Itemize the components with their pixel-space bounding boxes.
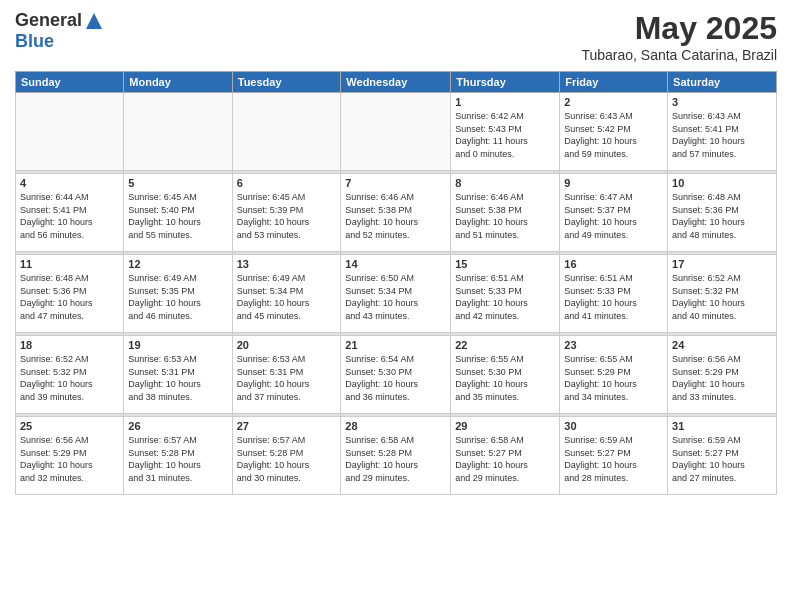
day-number: 26 [128,420,227,432]
svg-marker-0 [86,13,102,29]
logo-blue: Blue [15,31,54,52]
day-number: 30 [564,420,663,432]
day-cell: 8Sunrise: 6:46 AM Sunset: 5:38 PM Daylig… [451,174,560,252]
day-number: 21 [345,339,446,351]
day-number: 25 [20,420,119,432]
day-info: Sunrise: 6:54 AM Sunset: 5:30 PM Dayligh… [345,353,446,403]
day-cell [124,93,232,171]
day-info: Sunrise: 6:59 AM Sunset: 5:27 PM Dayligh… [672,434,772,484]
day-number: 3 [672,96,772,108]
day-info: Sunrise: 6:57 AM Sunset: 5:28 PM Dayligh… [237,434,337,484]
day-number: 13 [237,258,337,270]
col-tuesday: Tuesday [232,72,341,93]
day-info: Sunrise: 6:53 AM Sunset: 5:31 PM Dayligh… [128,353,227,403]
day-info: Sunrise: 6:52 AM Sunset: 5:32 PM Dayligh… [20,353,119,403]
day-number: 10 [672,177,772,189]
week-row-2: 4Sunrise: 6:44 AM Sunset: 5:41 PM Daylig… [16,174,777,252]
day-number: 29 [455,420,555,432]
day-info: Sunrise: 6:46 AM Sunset: 5:38 PM Dayligh… [345,191,446,241]
day-number: 6 [237,177,337,189]
day-cell: 2Sunrise: 6:43 AM Sunset: 5:42 PM Daylig… [560,93,668,171]
day-number: 19 [128,339,227,351]
day-cell: 10Sunrise: 6:48 AM Sunset: 5:36 PM Dayli… [668,174,777,252]
day-cell [16,93,124,171]
day-cell: 19Sunrise: 6:53 AM Sunset: 5:31 PM Dayli… [124,336,232,414]
day-cell: 7Sunrise: 6:46 AM Sunset: 5:38 PM Daylig… [341,174,451,252]
day-info: Sunrise: 6:43 AM Sunset: 5:41 PM Dayligh… [672,110,772,160]
day-info: Sunrise: 6:48 AM Sunset: 5:36 PM Dayligh… [20,272,119,322]
header: General Blue May 2025 Tubarao, Santa Cat… [15,10,777,63]
day-cell: 30Sunrise: 6:59 AM Sunset: 5:27 PM Dayli… [560,417,668,495]
week-row-4: 18Sunrise: 6:52 AM Sunset: 5:32 PM Dayli… [16,336,777,414]
day-info: Sunrise: 6:56 AM Sunset: 5:29 PM Dayligh… [20,434,119,484]
day-cell: 9Sunrise: 6:47 AM Sunset: 5:37 PM Daylig… [560,174,668,252]
logo-icon [84,11,104,31]
month-title: May 2025 [581,10,777,47]
day-info: Sunrise: 6:55 AM Sunset: 5:30 PM Dayligh… [455,353,555,403]
col-sunday: Sunday [16,72,124,93]
day-cell: 17Sunrise: 6:52 AM Sunset: 5:32 PM Dayli… [668,255,777,333]
week-row-1: 1Sunrise: 6:42 AM Sunset: 5:43 PM Daylig… [16,93,777,171]
day-cell: 22Sunrise: 6:55 AM Sunset: 5:30 PM Dayli… [451,336,560,414]
day-info: Sunrise: 6:44 AM Sunset: 5:41 PM Dayligh… [20,191,119,241]
day-cell: 3Sunrise: 6:43 AM Sunset: 5:41 PM Daylig… [668,93,777,171]
day-cell: 16Sunrise: 6:51 AM Sunset: 5:33 PM Dayli… [560,255,668,333]
day-number: 5 [128,177,227,189]
col-monday: Monday [124,72,232,93]
col-wednesday: Wednesday [341,72,451,93]
col-saturday: Saturday [668,72,777,93]
day-cell [341,93,451,171]
day-number: 14 [345,258,446,270]
day-number: 27 [237,420,337,432]
day-number: 8 [455,177,555,189]
day-cell: 12Sunrise: 6:49 AM Sunset: 5:35 PM Dayli… [124,255,232,333]
day-number: 16 [564,258,663,270]
day-info: Sunrise: 6:59 AM Sunset: 5:27 PM Dayligh… [564,434,663,484]
day-number: 11 [20,258,119,270]
day-info: Sunrise: 6:51 AM Sunset: 5:33 PM Dayligh… [455,272,555,322]
day-number: 17 [672,258,772,270]
day-cell [232,93,341,171]
day-number: 24 [672,339,772,351]
day-info: Sunrise: 6:45 AM Sunset: 5:40 PM Dayligh… [128,191,227,241]
day-number: 28 [345,420,446,432]
col-friday: Friday [560,72,668,93]
day-info: Sunrise: 6:53 AM Sunset: 5:31 PM Dayligh… [237,353,337,403]
day-cell: 23Sunrise: 6:55 AM Sunset: 5:29 PM Dayli… [560,336,668,414]
day-cell: 13Sunrise: 6:49 AM Sunset: 5:34 PM Dayli… [232,255,341,333]
col-thursday: Thursday [451,72,560,93]
day-cell: 29Sunrise: 6:58 AM Sunset: 5:27 PM Dayli… [451,417,560,495]
day-number: 22 [455,339,555,351]
day-cell: 31Sunrise: 6:59 AM Sunset: 5:27 PM Dayli… [668,417,777,495]
day-info: Sunrise: 6:49 AM Sunset: 5:35 PM Dayligh… [128,272,227,322]
day-number: 7 [345,177,446,189]
day-cell: 18Sunrise: 6:52 AM Sunset: 5:32 PM Dayli… [16,336,124,414]
day-cell: 26Sunrise: 6:57 AM Sunset: 5:28 PM Dayli… [124,417,232,495]
day-info: Sunrise: 6:55 AM Sunset: 5:29 PM Dayligh… [564,353,663,403]
week-row-5: 25Sunrise: 6:56 AM Sunset: 5:29 PM Dayli… [16,417,777,495]
day-number: 12 [128,258,227,270]
day-number: 18 [20,339,119,351]
day-info: Sunrise: 6:58 AM Sunset: 5:27 PM Dayligh… [455,434,555,484]
day-number: 9 [564,177,663,189]
day-info: Sunrise: 6:42 AM Sunset: 5:43 PM Dayligh… [455,110,555,160]
page: General Blue May 2025 Tubarao, Santa Cat… [0,0,792,612]
day-info: Sunrise: 6:49 AM Sunset: 5:34 PM Dayligh… [237,272,337,322]
day-cell: 6Sunrise: 6:45 AM Sunset: 5:39 PM Daylig… [232,174,341,252]
day-info: Sunrise: 6:50 AM Sunset: 5:34 PM Dayligh… [345,272,446,322]
day-cell: 5Sunrise: 6:45 AM Sunset: 5:40 PM Daylig… [124,174,232,252]
day-cell: 24Sunrise: 6:56 AM Sunset: 5:29 PM Dayli… [668,336,777,414]
day-number: 15 [455,258,555,270]
subtitle: Tubarao, Santa Catarina, Brazil [581,47,777,63]
day-cell: 1Sunrise: 6:42 AM Sunset: 5:43 PM Daylig… [451,93,560,171]
day-info: Sunrise: 6:47 AM Sunset: 5:37 PM Dayligh… [564,191,663,241]
day-number: 23 [564,339,663,351]
day-info: Sunrise: 6:57 AM Sunset: 5:28 PM Dayligh… [128,434,227,484]
day-info: Sunrise: 6:48 AM Sunset: 5:36 PM Dayligh… [672,191,772,241]
day-info: Sunrise: 6:43 AM Sunset: 5:42 PM Dayligh… [564,110,663,160]
title-block: May 2025 Tubarao, Santa Catarina, Brazil [581,10,777,63]
day-cell: 20Sunrise: 6:53 AM Sunset: 5:31 PM Dayli… [232,336,341,414]
day-cell: 4Sunrise: 6:44 AM Sunset: 5:41 PM Daylig… [16,174,124,252]
day-number: 4 [20,177,119,189]
day-info: Sunrise: 6:46 AM Sunset: 5:38 PM Dayligh… [455,191,555,241]
